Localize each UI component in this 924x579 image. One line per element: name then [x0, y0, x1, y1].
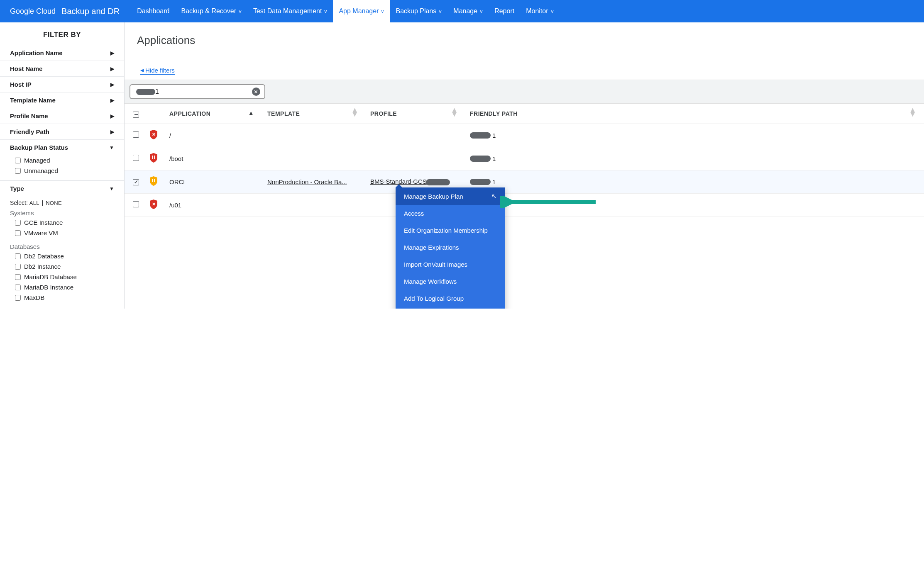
content-area: Applications ◀ Hide filters 1 ✕ — [125, 22, 924, 309]
nav-test-data-management[interactable]: Test Data Management ᐯ — [247, 0, 333, 22]
nav-backup-recover[interactable]: Backup & Recover ᐯ — [175, 0, 247, 22]
bps-unmanaged-checkbox[interactable] — [15, 168, 21, 174]
bps-unmanaged[interactable]: Unmanaged — [15, 167, 114, 174]
nav-backup-plans[interactable]: Backup Plans ᐯ — [390, 0, 447, 22]
nav-manage[interactable]: Manage ᐯ — [447, 0, 489, 22]
caret-right-icon: ▶ — [110, 82, 114, 88]
caret-right-icon: ▶ — [110, 66, 114, 72]
caret-left-icon: ◀ — [140, 68, 144, 73]
filter-backup-plan-status[interactable]: Backup Plan Status▼ — [0, 139, 124, 155]
caret-down-icon: ᐯ — [324, 9, 327, 14]
table-row[interactable]: ✕/1 — [125, 124, 924, 147]
annotation-arrow — [500, 196, 600, 210]
ctx-edit-organization-membership[interactable]: Edit Organization Membership — [396, 222, 505, 239]
db-mariadb-database[interactable]: MariaDB Database — [15, 273, 114, 280]
context-menu: Manage Backup Plan↖AccessEdit Organizati… — [396, 187, 505, 309]
fp-suffix: 1 — [492, 132, 496, 139]
svg-rect-2 — [154, 156, 155, 159]
select-none-link[interactable]: NONE — [46, 200, 62, 206]
google-cloud-logo: Google Cloud — [10, 7, 56, 16]
table-row[interactable]: ORCLNonProduction - Oracle Ba...BMS-Stan… — [125, 170, 924, 193]
bps-managed[interactable]: Managed — [15, 157, 114, 164]
col-application[interactable]: APPLICATION — [169, 110, 210, 117]
ctx-mark-sensitive[interactable]: Mark Sensitive — [396, 307, 505, 309]
filter-profile-name[interactable]: Profile Name▶ — [0, 108, 124, 124]
template-link[interactable]: NonProduction - Oracle Ba... — [267, 178, 347, 185]
header-checkbox[interactable] — [133, 112, 139, 118]
filter-title: FILTER BY — [0, 31, 124, 45]
sort-icon[interactable]: ▲▼ — [351, 108, 359, 116]
svg-rect-3 — [152, 179, 153, 182]
caret-right-icon: ▶ — [110, 113, 114, 119]
bps-managed-checkbox[interactable] — [15, 158, 21, 163]
app-cell: / — [165, 124, 263, 147]
select-prefix: Select: — [10, 199, 28, 206]
db-db-database-checkbox[interactable] — [15, 253, 21, 259]
sort-icon[interactable]: ▲▼ — [451, 108, 458, 116]
nav-report[interactable]: Report — [489, 0, 520, 22]
status-shield-icon: ✕ — [149, 130, 158, 140]
databases-group-label: Databases — [0, 241, 124, 252]
col-profile[interactable]: PROFILE — [370, 110, 397, 117]
row-checkbox[interactable] — [133, 155, 139, 161]
nav-items: DashboardBackup & Recover ᐯTest Data Man… — [131, 0, 559, 22]
row-checkbox[interactable] — [133, 201, 139, 207]
db-mariadb-database-checkbox[interactable] — [15, 274, 21, 280]
ctx-access[interactable]: Access — [396, 205, 505, 222]
ctx-manage-expirations[interactable]: Manage Expirations — [396, 239, 505, 256]
hide-filters-link[interactable]: ◀ Hide filters — [140, 67, 175, 75]
db-db-instance-checkbox[interactable] — [15, 264, 21, 270]
logo-brand: Google — [10, 7, 34, 15]
ctx-manage-backup-plan[interactable]: Manage Backup Plan↖ — [396, 187, 505, 205]
caret-right-icon: ▶ — [110, 50, 114, 56]
filter-sidebar: FILTER BY Application Name▶Host Name▶Hos… — [0, 22, 125, 309]
filter-application-name[interactable]: Application Name▶ — [0, 45, 124, 61]
fp-redacted — [470, 179, 491, 185]
col-template[interactable]: TEMPLATE — [267, 110, 300, 117]
col-friendly-path[interactable]: FRIENDLY PATH — [470, 110, 518, 117]
db-maxdb-checkbox[interactable] — [15, 295, 21, 301]
sort-asc-icon[interactable]: ▲ — [248, 109, 254, 116]
sys-gce-instance[interactable]: GCE Instance — [15, 219, 114, 226]
sys-gce-instance-checkbox[interactable] — [15, 220, 21, 226]
sys-vmware-vm[interactable]: VMware VM — [15, 229, 114, 236]
nav-dashboard[interactable]: Dashboard — [131, 0, 175, 22]
app-cell: /u01 — [165, 193, 263, 217]
sys-vmware-vm-checkbox[interactable] — [15, 230, 21, 236]
ctx-manage-workflows[interactable]: Manage Workflows — [396, 273, 505, 290]
top-nav: Google Cloud Backup and DR DashboardBack… — [0, 0, 924, 22]
filter-host-ip[interactable]: Host IP▶ — [0, 76, 124, 92]
caret-down-icon: ᐯ — [480, 9, 483, 14]
nav-app-manager[interactable]: App Manager ᐯ — [333, 0, 390, 22]
svg-text:✕: ✕ — [152, 132, 156, 137]
caret-down-icon: ᐯ — [551, 9, 554, 14]
caret-down-icon: ᐯ — [239, 9, 242, 14]
svg-rect-4 — [154, 179, 155, 182]
filter-friendly-path[interactable]: Friendly Path▶ — [0, 124, 124, 139]
row-checkbox[interactable] — [133, 179, 139, 185]
filter-template-name[interactable]: Template Name▶ — [0, 92, 124, 108]
fp-redacted — [470, 132, 491, 139]
toolbar-strip: 1 ✕ — [125, 80, 924, 104]
sort-icon[interactable]: ▲▼ — [909, 108, 917, 116]
ctx-add-to-logical-group[interactable]: Add To Logical Group — [396, 290, 505, 307]
db-mariadb-instance[interactable]: MariaDB Instance — [15, 284, 114, 291]
fp-redacted — [470, 156, 491, 162]
search-chip[interactable]: 1 ✕ — [130, 84, 265, 99]
caret-down-icon: ▼ — [109, 186, 114, 192]
cursor-icon: ↖ — [491, 192, 497, 200]
db-db-database[interactable]: Db2 Database — [15, 253, 114, 260]
ctx-import-onvault-images[interactable]: Import OnVault Images — [396, 256, 505, 273]
clear-search-icon[interactable]: ✕ — [252, 88, 260, 96]
filter-host-name[interactable]: Host Name▶ — [0, 61, 124, 76]
table-row[interactable]: /boot1 — [125, 147, 924, 170]
app-cell: ORCL — [165, 170, 263, 193]
row-checkbox[interactable] — [133, 131, 139, 138]
nav-monitor[interactable]: Monitor ᐯ — [520, 0, 559, 22]
hide-filters-label: Hide filters — [145, 67, 175, 74]
filter-type[interactable]: Type ▼ — [0, 180, 124, 196]
db-maxdb[interactable]: MaxDB — [15, 294, 114, 301]
select-all-link[interactable]: ALL — [29, 200, 39, 206]
db-mariadb-instance-checkbox[interactable] — [15, 285, 21, 290]
db-db-instance[interactable]: Db2 Instance — [15, 263, 114, 270]
